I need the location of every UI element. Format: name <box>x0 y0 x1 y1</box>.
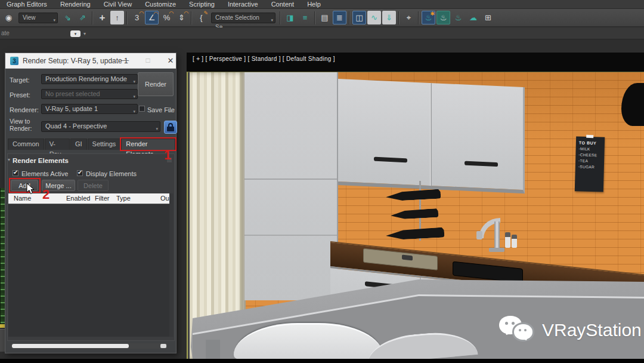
align-icon[interactable]: ≡ <box>298 11 312 24</box>
tab-gi[interactable]: GI <box>70 139 87 150</box>
column-header-enabled[interactable]: Enabled <box>66 195 90 202</box>
toolbar-separator <box>191 11 192 24</box>
render-setup-icon[interactable]: ♨✱ <box>422 11 435 24</box>
menu-graph-editors[interactable]: Graph Editors <box>0 0 54 9</box>
rollout-header[interactable]: ▾ Render Elements <box>13 157 69 164</box>
render-setup-dialog: 3 Render Setup: V-Ray 5, update 1 — □ ✕ … <box>5 53 177 353</box>
angle-snap-icon[interactable]: ∠◠ <box>145 11 159 24</box>
toolbar-separator <box>398 11 400 24</box>
perspective-viewport[interactable]: [ + ] [ Perspective ] [ Standard ] [ Def… <box>187 53 644 359</box>
render-production-icon[interactable]: ♨ <box>451 11 465 24</box>
partial-toolbar-label: ate <box>1 30 10 36</box>
edit-named-selection-sets-icon[interactable]: {✎ <box>194 11 208 24</box>
delete-button[interactable]: Delete <box>78 180 109 191</box>
snaps-toggle-icon[interactable]: 3◠ <box>130 11 144 24</box>
screen: Graph EditorsRenderingCivil ViewCustomiz… <box>0 0 644 363</box>
percent-snap-icon[interactable]: %◠ <box>160 11 174 24</box>
schematic-view-icon[interactable]: ⇓ <box>382 11 396 24</box>
select-and-move-icon[interactable]: + <box>95 11 109 24</box>
dialog-tabs: CommonV-RayGISettingsRender Elements <box>8 139 176 150</box>
dark-object <box>621 83 644 126</box>
menu-rendering[interactable]: Rendering <box>54 0 97 9</box>
scrollbar-button[interactable] <box>160 344 166 348</box>
save-file-more-button[interactable]: ... <box>169 106 174 113</box>
mirror-icon[interactable]: ◨ <box>283 11 297 24</box>
chevron-down-icon: ▾ <box>271 16 273 25</box>
render-button[interactable]: Render <box>138 72 174 96</box>
close-icon[interactable]: ✕ <box>166 56 175 65</box>
reference-coordinate-dropdown[interactable]: View ▾ <box>18 13 58 23</box>
unlink-selection-icon[interactable]: ⇗ <box>76 11 89 24</box>
menu-interactive[interactable]: Interactive <box>221 0 265 9</box>
rollout-title: Render Elements <box>13 157 69 164</box>
preset-value: No preset selected <box>45 90 100 97</box>
curve-editor-icon[interactable]: ∿ <box>367 11 381 24</box>
select-object-icon[interactable]: ↑ <box>110 11 124 24</box>
target-value: Production Rendering Mode <box>45 75 127 82</box>
vertical-scrollbar[interactable] <box>169 193 174 337</box>
maximize-icon[interactable]: □ <box>143 56 153 64</box>
dialog-title: Render Setup: V-Ray 5, update 1 <box>23 57 128 65</box>
minimize-icon[interactable]: — <box>120 56 130 64</box>
scrollbar-thumb[interactable] <box>12 344 129 348</box>
mouse-cursor <box>26 183 36 195</box>
display-mode-icon[interactable]: ▾ <box>70 30 80 37</box>
renderer-dropdown[interactable]: V-Ray 5, update 1 ▾ <box>41 104 138 114</box>
rollout-arrow-icon: ▾ <box>8 157 10 162</box>
tab-settings[interactable]: Settings <box>88 139 121 150</box>
tab-common[interactable]: Common <box>8 139 44 150</box>
toolbar-separator <box>314 11 315 24</box>
bottom-bar <box>0 359 644 363</box>
save-file-checkbox[interactable] <box>139 106 145 112</box>
toolbar-separator <box>280 11 281 24</box>
column-header-type[interactable]: Type <box>116 195 131 202</box>
check-icon: ✔ <box>13 169 18 176</box>
menu-customize[interactable]: Customize <box>138 0 182 9</box>
viewport-label[interactable]: [ + ] [ Perspective ] [ Standard ] [ Def… <box>193 56 335 62</box>
menu-help[interactable]: Help <box>301 0 327 9</box>
named-selection-set-dropdown[interactable]: Create Selection Se ▾ <box>211 13 275 23</box>
select-and-link-icon[interactable]: ⇘ <box>61 11 75 24</box>
chevron-down-icon[interactable]: ▾ <box>83 31 86 36</box>
viewport-layouts-icon[interactable]: ⊞ <box>481 11 495 24</box>
scene-explorer-icon[interactable]: ▤ <box>318 11 332 24</box>
display-elements-label: Display Elements <box>86 170 137 177</box>
faucet-body <box>494 222 500 249</box>
coordinate-dropdown-value: View <box>23 14 36 21</box>
view-to-render-dropdown[interactable]: Quad 4 - Perspective ▾ <box>41 121 160 132</box>
knife <box>391 208 439 220</box>
chevron-down-icon: ▾ <box>133 92 135 99</box>
toolbar-separator <box>126 11 128 24</box>
pivot-point-center-icon[interactable]: ◉ <box>2 11 16 24</box>
elements-active-label: Elements Active <box>21 170 68 177</box>
elements-active-checkbox[interactable]: ✔ <box>13 170 18 176</box>
target-dropdown[interactable]: Production Rendering Mode ▾ <box>41 74 138 84</box>
menu-content[interactable]: Content <box>265 0 301 9</box>
tab-v-ray[interactable]: V-Ray <box>45 139 70 150</box>
table-leg <box>206 340 220 359</box>
viewport-scene[interactable]: TO BUY -MILK-CHEESE-TEA-SUGAR <box>187 72 644 359</box>
watermark: VRayStation <box>499 315 642 346</box>
display-elements-checkbox[interactable]: ✔ <box>77 170 83 176</box>
render-in-cloud-icon[interactable]: ☁ <box>466 11 480 24</box>
column-header-filter[interactable]: Filter <box>95 195 109 202</box>
3dsmax-icon: 3 <box>10 57 18 65</box>
upper-wall-cabinet <box>338 79 525 193</box>
rendered-frame-window-icon[interactable]: ♨ <box>436 11 450 24</box>
isolate-selection-icon[interactable]: ⌖ <box>402 11 416 24</box>
horizontal-scrollbar[interactable] <box>10 343 168 349</box>
menu-civil-view[interactable]: Civil View <box>97 0 138 9</box>
column-header-ou[interactable]: Ou <box>160 195 169 202</box>
column-header-name[interactable]: Name <box>14 195 31 202</box>
check-icon: ✔ <box>78 169 82 176</box>
layer-explorer-icon[interactable]: ≣ <box>333 11 346 24</box>
lock-view-button[interactable] <box>164 121 177 134</box>
elements-table-body[interactable] <box>8 204 171 337</box>
preset-label: Preset: <box>10 91 30 99</box>
preset-dropdown[interactable]: No preset selected ▾ <box>41 89 138 99</box>
ribbon-toggle-icon[interactable]: ◫ <box>352 11 366 24</box>
spinner-snap-icon[interactable]: ⇕◠ <box>175 11 188 24</box>
dialog-title-bar[interactable]: 3 Render Setup: V-Ray 5, update 1 — □ ✕ <box>5 53 176 69</box>
chevron-down-icon: ▾ <box>133 77 135 84</box>
menu-scripting[interactable]: Scripting <box>182 0 221 9</box>
